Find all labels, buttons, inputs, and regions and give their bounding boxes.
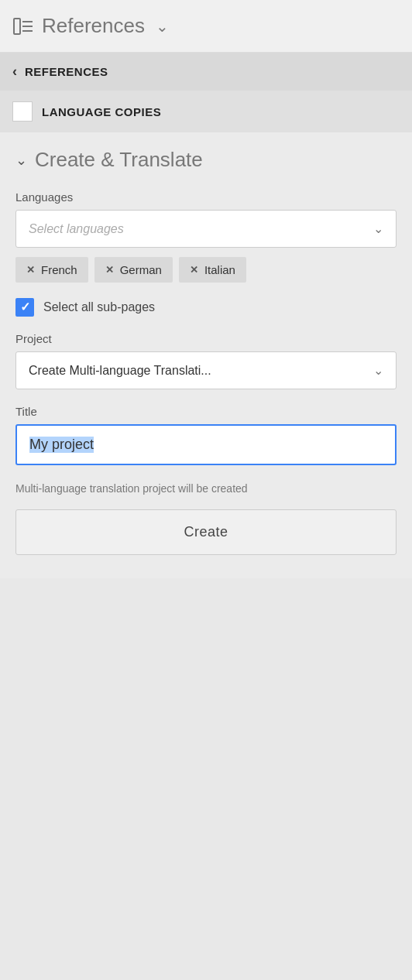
- references-nav-title: REFERENCES: [25, 65, 108, 78]
- tag-french-label: French: [41, 263, 77, 276]
- top-header: References ⌄: [0, 0, 412, 53]
- remove-german-icon[interactable]: ✕: [105, 264, 114, 276]
- language-copies-bar: LANGUAGE COPIES: [0, 91, 412, 132]
- tag-german-label: German: [120, 263, 162, 276]
- checkmark-icon: ✓: [20, 301, 30, 314]
- main-content: ⌄ Create & Translate Languages Select la…: [0, 132, 412, 578]
- project-form-group: Project Create Multi-language Translati.…: [15, 332, 397, 389]
- languages-placeholder: Select languages: [29, 222, 124, 236]
- tag-french: ✕ French: [15, 257, 88, 283]
- helper-text: Multi-language translation project will …: [15, 481, 397, 497]
- sub-pages-label: Select all sub-pages: [43, 300, 155, 314]
- section-title: Create & Translate: [35, 148, 203, 172]
- back-arrow-icon[interactable]: ‹: [12, 63, 17, 80]
- languages-form-group: Languages Select languages ⌄ ✕ French ✕ …: [15, 190, 397, 283]
- header-title: References: [42, 14, 145, 38]
- title-label: Title: [15, 405, 397, 418]
- title-form-group: Title: [15, 405, 397, 465]
- remove-italian-icon[interactable]: ✕: [190, 264, 198, 276]
- language-copies-checkbox[interactable]: [12, 101, 33, 122]
- language-copies-label: LANGUAGE COPIES: [42, 105, 161, 118]
- languages-label: Languages: [15, 190, 397, 204]
- project-chevron-down-icon: ⌄: [373, 363, 383, 378]
- project-label: Project: [15, 332, 397, 345]
- tag-italian-label: Italian: [204, 263, 235, 276]
- create-button[interactable]: Create: [15, 509, 397, 555]
- section-header: ⌄ Create & Translate: [15, 148, 397, 172]
- tag-italian: ✕ Italian: [179, 257, 246, 283]
- title-input[interactable]: [15, 424, 397, 465]
- section-collapse-icon[interactable]: ⌄: [15, 152, 27, 169]
- languages-select[interactable]: Select languages ⌄: [15, 210, 397, 248]
- references-nav: ‹ REFERENCES: [0, 53, 412, 91]
- languages-chevron-down-icon: ⌄: [373, 221, 383, 236]
- sub-pages-row: ✓ Select all sub-pages: [15, 298, 397, 317]
- sub-pages-checkbox[interactable]: ✓: [15, 298, 34, 317]
- remove-french-icon[interactable]: ✕: [26, 264, 35, 276]
- header-chevron-down-icon[interactable]: ⌄: [156, 17, 169, 36]
- tag-german: ✕ German: [94, 257, 173, 283]
- project-value: Create Multi-language Translati...: [29, 364, 211, 378]
- language-tags-container: ✕ French ✕ German ✕ Italian: [15, 257, 397, 283]
- svg-rect-0: [14, 19, 20, 34]
- project-select[interactable]: Create Multi-language Translati... ⌄: [15, 351, 397, 389]
- panel-icon: [12, 15, 34, 37]
